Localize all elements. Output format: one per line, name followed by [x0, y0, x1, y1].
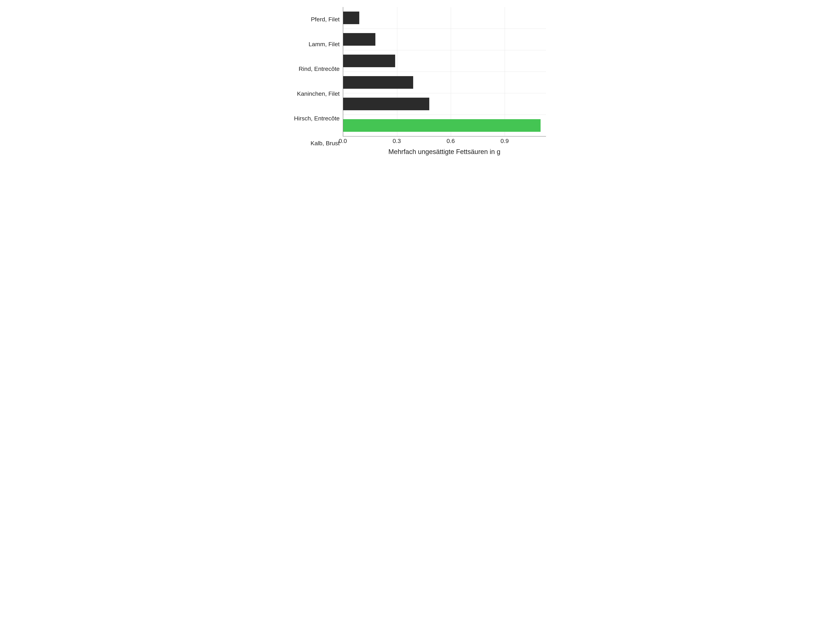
x-axis: 0.00.30.60.9	[343, 137, 546, 146]
bar-row	[343, 33, 546, 46]
y-label: Pferd, Filet	[294, 16, 339, 23]
y-label: Hirsch, Entrecôte	[294, 115, 339, 122]
y-label: Kaninchen, Filet	[294, 90, 339, 97]
chart-container: Pferd, Filet Lamm, Filet Rind, Entrecôte…	[294, 7, 546, 156]
bar-row	[343, 98, 546, 110]
bar-row	[343, 11, 546, 24]
bar	[343, 55, 395, 67]
bar-row	[343, 55, 546, 67]
bar	[343, 33, 376, 46]
plot-area	[343, 7, 546, 136]
bar	[343, 11, 359, 24]
x-tick-label: 0.0	[339, 137, 347, 144]
bar-row	[343, 76, 546, 89]
y-label: Kalb, Brust	[294, 140, 339, 147]
x-tick-label: 0.3	[393, 137, 401, 144]
chart-area: Pferd, Filet Lamm, Filet Rind, Entrecôte…	[294, 7, 546, 156]
x-axis-title: Mehrfach ungesättigte Fettsäuren in g	[343, 148, 546, 156]
y-label: Lamm, Filet	[294, 41, 339, 48]
bars-layer	[343, 7, 546, 136]
bar	[343, 98, 429, 110]
bar-highlight	[343, 119, 541, 132]
x-tick-label: 0.6	[447, 137, 455, 144]
bar	[343, 76, 413, 89]
x-tick-label: 0.9	[501, 137, 509, 144]
plot-wrap: 0.00.30.60.9 Mehrfach ungesättigte Fetts…	[343, 7, 546, 156]
y-label: Rind, Entrecôte	[294, 65, 339, 73]
bar-row	[343, 119, 546, 132]
y-axis-labels: Pferd, Filet Lamm, Filet Rind, Entrecôte…	[294, 7, 343, 156]
